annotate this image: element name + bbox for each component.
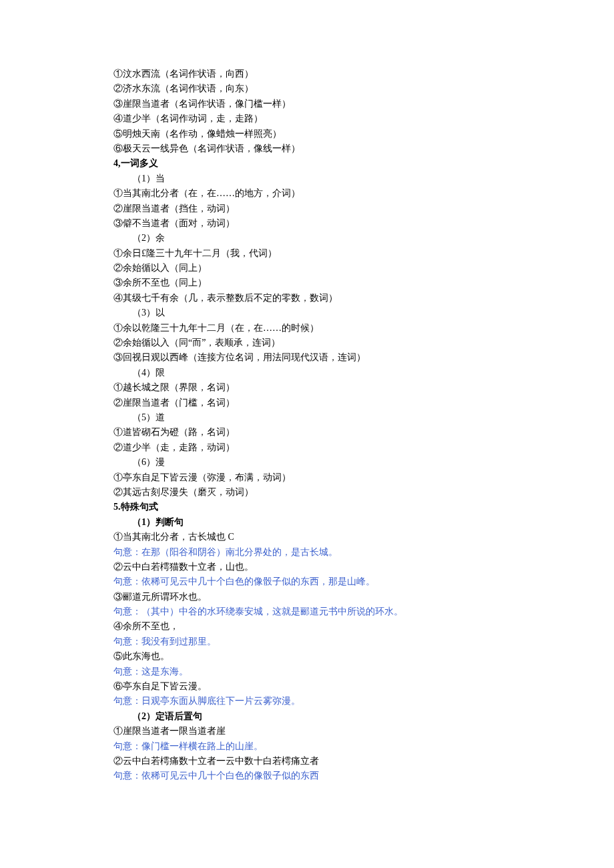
sec4-g3-item-1: ①余以乾隆三十九年十二月（在，在……的时候） bbox=[113, 321, 507, 336]
sec4-g2-item-3: ③余所不至也（同上） bbox=[113, 276, 507, 290]
sec4-g2-item-4: ④其级七千有余（几，表示整数后不定的零数，数词） bbox=[113, 291, 507, 306]
sec5-p2-item-2-meaning: 句意：依稀可见云中几十个白色的像骰子似的东西 bbox=[113, 769, 507, 783]
document-page: ①汶水西流（名词作状语，向西） ②济水东流（名词作状语，向东） ③崖限当道者（名… bbox=[0, 0, 614, 824]
sec4-g6-head: （6）漫 bbox=[113, 455, 507, 470]
sec4-g4-item-2: ②崖限当道者（门槛，名词） bbox=[113, 396, 507, 410]
sec4-g6-item-1: ①亭东自足下皆云漫（弥漫，布满，动词） bbox=[113, 470, 507, 485]
sec5-p1-item-3-text: ③郦道元所谓环水也。 bbox=[113, 590, 507, 604]
sec5-p1-head: （1）判断句 bbox=[113, 515, 507, 530]
sec5-p1-item-1-meaning: 句意：在那（阳谷和阴谷）南北分界处的，是古长城。 bbox=[113, 545, 507, 560]
sec5-p2-item-1-meaning: 句意：像门槛一样横在路上的山崖。 bbox=[113, 739, 507, 754]
sec5-p1-item-4-text: ④余所不至也， bbox=[113, 619, 507, 634]
sec3-item-3: ③崖限当道者（名词作状语，像门槛一样） bbox=[113, 97, 507, 111]
sec4-g5-item-2: ②道少半（走，走路，动词） bbox=[113, 440, 507, 455]
sec5-title: 5.特殊句式 bbox=[113, 500, 507, 514]
sec4-g1-item-2: ②崖限当道者（挡住，动词） bbox=[113, 201, 507, 216]
sec3-item-6: ⑥极天云一线异色（名词作状语，像线一样） bbox=[113, 141, 507, 156]
sec5-p2-head: （2）定语后置句 bbox=[113, 709, 507, 724]
sec4-g1-item-3: ③僻不当道者（面对，动词） bbox=[113, 216, 507, 231]
sec5-p1-item-2-text: ②云中白若樗猫数十立者，山也。 bbox=[113, 560, 507, 574]
sec3-item-4: ④道少半（名词作动词，走，走路） bbox=[113, 111, 507, 126]
sec5-p1-item-5-meaning: 句意：这是东海。 bbox=[113, 665, 507, 679]
sec4-g3-item-2: ②余始循以入（同“而”，表顺承，连词） bbox=[113, 336, 507, 350]
sec5-p2-item-1-text: ①崖限当道者一限当道者崖 bbox=[113, 724, 507, 739]
sec4-g4-head: （4）限 bbox=[113, 366, 507, 380]
sec5-p1-item-1-text: ①当其南北分者，古长城也 C bbox=[113, 530, 507, 544]
sec3-item-2: ②济水东流（名词作状语，向东） bbox=[113, 81, 507, 96]
sec5-p1-item-6-meaning: 句意：日观亭东面从脚底往下一片云雾弥漫。 bbox=[113, 694, 507, 709]
sec4-g2-item-2: ②余始循以入（同上） bbox=[113, 261, 507, 276]
sec4-g3-head: （3）以 bbox=[113, 306, 507, 320]
sec4-g6-item-2: ②其远古刻尽漫失（磨灭，动词） bbox=[113, 485, 507, 500]
sec4-g5-head: （5）道 bbox=[113, 410, 507, 425]
sec4-g3-item-3: ③回视日观以西峰（连接方位名词，用法同现代汉语，连词） bbox=[113, 350, 507, 365]
sec4-g2-item-1: ①余日£隆三十九年十二月（我，代词） bbox=[113, 246, 507, 261]
sec5-p1-item-2-meaning: 句意：依稀可见云中几十个白色的像骰子似的东西，那是山峰。 bbox=[113, 574, 507, 589]
sec5-p1-item-6-text: ⑥亭东自足下皆云漫。 bbox=[113, 679, 507, 694]
sec4-title: 4,一词多义 bbox=[113, 156, 507, 171]
sec4-g1-head: （1）当 bbox=[113, 171, 507, 186]
sec4-g1-item-1: ①当其南北分者（在，在……的地方，介词） bbox=[113, 186, 507, 201]
sec4-g4-item-1: ①越长城之限（界限，名词） bbox=[113, 380, 507, 395]
sec3-item-5: ⑤明烛天南（名作动，像蜡烛一样照亮） bbox=[113, 127, 507, 141]
sec4-g5-item-1: ①道皆砌石为磴（路，名词） bbox=[113, 425, 507, 440]
sec4-g2-head: （2）余 bbox=[113, 231, 507, 246]
sec5-p2-item-2-text: ②云中白若樗痛数十立者一云中数十白若樗痛立者 bbox=[113, 754, 507, 769]
sec5-p1-item-5-text: ⑤此东海也。 bbox=[113, 649, 507, 664]
sec3-item-1: ①汶水西流（名词作状语，向西） bbox=[113, 67, 507, 81]
sec5-p1-item-3-meaning: 句意：（其中）中谷的水环绕泰安城，这就是郦道元书中所说的环水。 bbox=[113, 604, 507, 619]
sec5-p1-item-4-meaning: 句意：我没有到过那里。 bbox=[113, 634, 507, 649]
